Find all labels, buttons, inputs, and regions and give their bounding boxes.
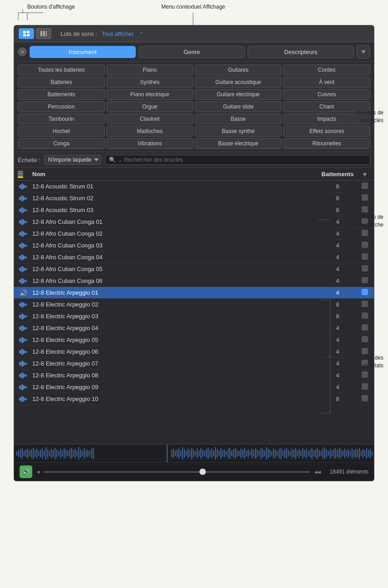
keyword-btn-23[interactable]: Effets sonores	[283, 126, 370, 137]
svg-rect-274	[368, 450, 369, 457]
row-fav[interactable]	[359, 383, 370, 391]
header-icon-col	[18, 171, 29, 178]
svg-rect-266	[353, 450, 354, 457]
tab-genre[interactable]: Genre	[139, 46, 245, 58]
row-fav[interactable]	[359, 312, 370, 320]
keyword-btn-4[interactable]: Batteries	[18, 77, 105, 88]
row-fav[interactable]	[359, 301, 370, 308]
table-row[interactable]: 12-8 Afro Cuban Conga 014	[14, 216, 374, 228]
row-fav[interactable]	[359, 371, 370, 379]
svg-rect-251	[326, 450, 327, 458]
keyword-btn-10[interactable]: Guitare électrique	[195, 89, 282, 100]
keyword-btn-11[interactable]: Cuivres	[283, 89, 370, 100]
row-fav[interactable]	[359, 395, 370, 403]
keyword-btn-8[interactable]: Battements	[18, 89, 105, 100]
row-fav[interactable]	[359, 194, 370, 202]
keyword-btn-24[interactable]: Conga	[18, 138, 105, 149]
svg-rect-68	[19, 303, 20, 306]
row-name: 12-8 Electric Arpeggio 07	[32, 360, 316, 367]
scale-select[interactable]: N'importe laquelle	[44, 155, 101, 165]
row-fav[interactable]	[359, 206, 370, 214]
view-btn-columns[interactable]	[36, 28, 51, 39]
table-body: 12-8 Acoustic Strum 018 12-8 Acoustic St…	[14, 181, 374, 444]
table-row[interactable]: 12-8 Electric Arpeggio 084	[14, 370, 374, 381]
table-row[interactable]: 12-8 Afro Cuban Conga 034	[14, 240, 374, 252]
table-row[interactable]: 12-8 Afro Cuban Conga 054	[14, 263, 374, 275]
svg-rect-261	[344, 449, 345, 458]
row-fav[interactable]	[359, 277, 370, 285]
keyword-btn-9[interactable]: Piano électrique	[106, 89, 194, 100]
keyword-btn-25[interactable]: Vibrations	[106, 138, 194, 149]
row-fav[interactable]	[359, 289, 370, 296]
table-row[interactable]: 🔊12-8 Electric Arpeggio 014	[14, 287, 374, 299]
search-dropdown-icon[interactable]: ⌄	[118, 158, 122, 163]
table-row[interactable]: 12-8 Afro Cuban Conga 044	[14, 252, 374, 263]
table-row[interactable]: 12-8 Electric Arpeggio 074	[14, 358, 374, 370]
fav-checkbox	[362, 312, 368, 319]
fav-checkbox	[362, 383, 368, 390]
waveform-area[interactable]	[14, 444, 374, 462]
table-row[interactable]: 12-8 Electric Arpeggio 038	[14, 311, 374, 322]
table-row[interactable]: 12-8 Acoustic Strum 038	[14, 204, 374, 216]
keyword-btn-14[interactable]: Guitare slide	[195, 101, 282, 112]
keyword-btn-18[interactable]: Basse	[195, 114, 282, 124]
close-filter-btn[interactable]: ✕	[18, 47, 27, 56]
table-row[interactable]: 12-8 Electric Arpeggio 054	[14, 334, 374, 346]
keyword-btn-13[interactable]: Orgue	[106, 101, 194, 112]
waveform-bars-icon	[19, 254, 27, 261]
keyword-btn-12[interactable]: Percussion	[18, 101, 105, 112]
tab-instrument[interactable]: Instrument	[30, 46, 136, 58]
svg-rect-193	[220, 448, 221, 459]
view-btn-grid[interactable]	[19, 28, 34, 39]
row-fav[interactable]	[359, 336, 370, 344]
svg-rect-120	[25, 398, 25, 400]
svg-rect-8	[27, 31, 30, 33]
keyword-btn-7[interactable]: À vent	[283, 77, 370, 88]
favorites-btn[interactable]: ♥	[357, 45, 370, 59]
svg-rect-118	[22, 396, 23, 402]
keyword-btn-5[interactable]: Synthés	[106, 77, 194, 88]
keyword-btn-17[interactable]: Clavinet	[106, 114, 194, 124]
svg-rect-144	[56, 450, 57, 458]
speaker-preview-btn[interactable]: 🔊	[20, 465, 32, 478]
keyword-btn-20[interactable]: Hochet	[18, 126, 105, 137]
search-input[interactable]	[124, 157, 366, 163]
svg-rect-60	[25, 268, 25, 271]
lots-select[interactable]: Tout afficher	[102, 30, 134, 37]
row-fav[interactable]	[359, 242, 370, 249]
keyword-btn-3[interactable]: Cordes	[283, 64, 370, 75]
row-fav[interactable]	[359, 183, 370, 190]
keyword-btn-2[interactable]: Guitares	[195, 64, 282, 75]
table-row[interactable]: 12-8 Acoustic Strum 028	[14, 193, 374, 204]
annotation-champ-recherche: Champ derecherche	[358, 213, 383, 229]
tab-descripteurs[interactable]: Descripteurs	[248, 46, 354, 58]
row-beats: 4	[319, 242, 356, 249]
waveform-bars-icon	[19, 349, 27, 355]
keyword-btn-26[interactable]: Basse électrique	[195, 138, 282, 149]
row-fav[interactable]	[359, 230, 370, 237]
table-row[interactable]: 12-8 Afro Cuban Conga 024	[14, 228, 374, 240]
svg-rect-243	[312, 448, 313, 459]
keyword-btn-22[interactable]: Basse synthé	[195, 126, 282, 137]
keyword-btn-0[interactable]: Toutes les batteries	[18, 64, 105, 75]
row-fav[interactable]	[359, 253, 370, 261]
table-row[interactable]: 12-8 Electric Arpeggio 028	[14, 299, 374, 311]
svg-rect-256	[335, 448, 336, 459]
table-row[interactable]: 12-8 Electric Arpeggio 064	[14, 346, 374, 358]
keyword-btn-27[interactable]: Ritournelles	[283, 138, 370, 149]
keyword-btn-21[interactable]: Mailloches	[106, 126, 194, 137]
keyword-btn-6[interactable]: Guitare acoustique	[195, 77, 282, 88]
row-fav[interactable]	[359, 324, 370, 332]
svg-rect-33	[20, 220, 21, 224]
volume-slider[interactable]	[44, 471, 310, 473]
row-fav[interactable]	[359, 265, 370, 273]
table-row[interactable]: 12-8 Electric Arpeggio 094	[14, 381, 374, 393]
table-row[interactable]: 12-8 Electric Arpeggio 044	[14, 322, 374, 334]
keyword-btn-16[interactable]: Tambourin	[18, 114, 105, 124]
svg-rect-183	[202, 450, 203, 458]
table-row[interactable]: 12-8 Acoustic Strum 018	[14, 181, 374, 193]
table-row[interactable]: 12-8 Electric Arpeggio 108	[14, 393, 374, 405]
keyword-btn-1[interactable]: Piano	[106, 64, 194, 75]
table-row[interactable]: 12-8 Afro Cuban Conga 064	[14, 275, 374, 287]
svg-rect-86	[19, 339, 20, 341]
